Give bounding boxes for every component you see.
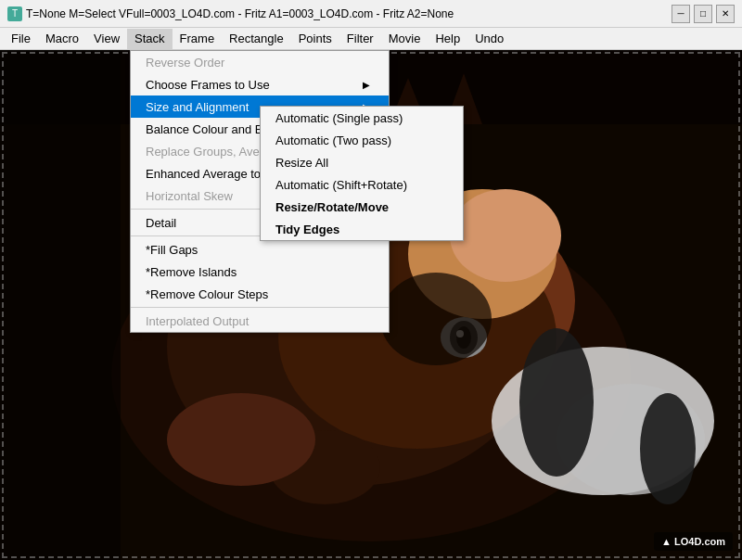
menu-file[interactable]: File bbox=[4, 29, 38, 49]
menu-stack[interactable]: Stack bbox=[127, 29, 173, 49]
menu-interpolated-output: Interpolated Output bbox=[131, 310, 389, 332]
svg-rect-19 bbox=[0, 50, 121, 560]
menu-reverse-order[interactable]: Reverse Order bbox=[131, 51, 389, 73]
menu-view[interactable]: View bbox=[86, 29, 127, 49]
menu-remove-islands[interactable]: *Remove Islands bbox=[131, 261, 389, 283]
watermark-prefix: ▲ bbox=[661, 536, 674, 547]
close-button[interactable]: ✕ bbox=[716, 5, 735, 23]
watermark: ▲ LO4D.com bbox=[654, 532, 733, 551]
menu-movie[interactable]: Movie bbox=[381, 29, 429, 49]
size-alignment-submenu: Automatic (Single pass) Automatic (Two p… bbox=[260, 106, 464, 241]
svg-point-9 bbox=[519, 328, 594, 477]
svg-point-10 bbox=[640, 393, 696, 504]
menu-remove-colour-steps[interactable]: *Remove Colour Steps bbox=[131, 283, 389, 305]
menu-bar: File Macro View Stack Frame Rectangle Po… bbox=[0, 28, 742, 50]
submenu-tidy-edges[interactable]: Tidy Edges bbox=[261, 218, 463, 240]
submenu-resize-rotate-move[interactable]: Resize/Rotate/Move bbox=[261, 196, 463, 218]
menu-choose-frames[interactable]: Choose Frames to Use ▶ bbox=[131, 73, 389, 95]
maximize-button[interactable]: □ bbox=[694, 5, 712, 23]
app-icon: T bbox=[7, 6, 22, 21]
menu-points[interactable]: Points bbox=[291, 29, 339, 49]
submenu-automatic-shift[interactable]: Automatic (Shift+Rotate) bbox=[261, 173, 463, 196]
minimize-button[interactable]: ─ bbox=[672, 5, 690, 23]
svg-point-6 bbox=[450, 189, 561, 282]
svg-point-17 bbox=[167, 393, 315, 486]
menu-rectangle[interactable]: Rectangle bbox=[222, 29, 291, 49]
menu-filter[interactable]: Filter bbox=[339, 29, 381, 49]
menu-frame[interactable]: Frame bbox=[173, 29, 223, 49]
choose-frames-arrow: ▶ bbox=[363, 80, 370, 90]
title-bar-text: T=None M=Select VFull=0003_LO4D.com - Fr… bbox=[26, 7, 454, 20]
submenu-automatic-single[interactable]: Automatic (Single pass) bbox=[261, 107, 463, 129]
main-content: ▲ LO4D.com Reverse Order Choose Frames t… bbox=[0, 50, 742, 560]
menu-macro[interactable]: Macro bbox=[38, 29, 86, 49]
menu-undo[interactable]: Undo bbox=[467, 29, 511, 49]
separator-3 bbox=[131, 307, 389, 308]
menu-fill-gaps[interactable]: *Fill Gaps bbox=[131, 238, 389, 261]
submenu-automatic-two[interactable]: Automatic (Two pass) bbox=[261, 129, 463, 151]
submenu-resize-all[interactable]: Resize All bbox=[261, 151, 463, 173]
svg-point-15 bbox=[380, 273, 492, 365]
watermark-text: LO4D.com bbox=[674, 536, 725, 547]
title-bar-controls: ─ □ ✕ bbox=[672, 5, 735, 23]
menu-help[interactable]: Help bbox=[428, 29, 467, 49]
title-bar: T T=None M=Select VFull=0003_LO4D.com - … bbox=[0, 0, 742, 28]
